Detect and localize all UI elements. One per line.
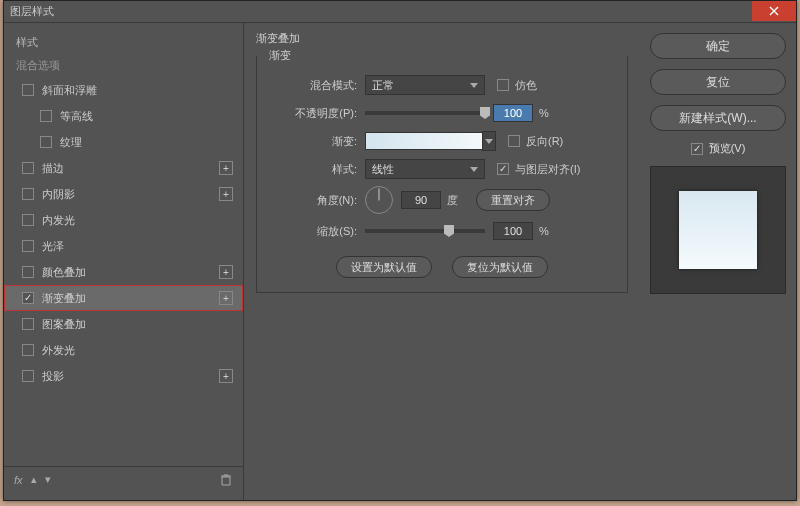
new-style-button[interactable]: 新建样式(W)... <box>650 105 786 131</box>
sidebar-heading: 样式 <box>4 31 243 54</box>
gradient-group: 渐变 混合模式: 正常 仿色 不透明度(P): % 渐变: <box>256 56 628 293</box>
checkbox-icon[interactable] <box>22 344 34 356</box>
angle-dial[interactable] <box>365 186 393 214</box>
style-item-5[interactable]: 内发光 <box>4 207 243 233</box>
arrow-up-icon[interactable]: ▴ <box>31 473 37 486</box>
gradient-swatch[interactable] <box>365 132 483 150</box>
cancel-button[interactable]: 复位 <box>650 69 786 95</box>
plus-icon[interactable]: + <box>219 291 233 305</box>
close-icon <box>769 6 779 16</box>
style-item-label: 颜色叠加 <box>42 265 86 280</box>
style-item-label: 渐变叠加 <box>42 291 86 306</box>
group-title: 渐变 <box>265 48 295 63</box>
slider-thumb[interactable] <box>444 225 454 237</box>
style-item-0[interactable]: 斜面和浮雕 <box>4 77 243 103</box>
scale-input[interactable] <box>493 222 533 240</box>
slider-thumb[interactable] <box>480 107 490 119</box>
sidebar: 样式 混合选项 斜面和浮雕等高线纹理描边+内阴影+内发光光泽颜色叠加+渐变叠加+… <box>4 23 244 500</box>
titlebar: 图层样式 <box>4 1 796 23</box>
align-layer-checkbox[interactable]: 与图层对齐(I) <box>497 162 580 177</box>
blend-mode-label: 混合模式: <box>273 78 365 93</box>
scale-label: 缩放(S): <box>273 224 365 239</box>
style-item-8[interactable]: 渐变叠加+ <box>4 285 243 311</box>
style-item-label: 图案叠加 <box>42 317 86 332</box>
plus-icon[interactable]: + <box>219 161 233 175</box>
main-panel: 渐变叠加 渐变 混合模式: 正常 仿色 不透明度(P): % <box>244 23 640 500</box>
checkbox-icon[interactable] <box>22 266 34 278</box>
window-title: 图层样式 <box>10 4 54 19</box>
style-item-label: 等高线 <box>60 109 93 124</box>
opacity-label: 不透明度(P): <box>273 106 365 121</box>
close-button[interactable] <box>752 1 796 21</box>
checkbox-icon[interactable] <box>40 110 52 122</box>
preview-checkbox[interactable]: 预览(V) <box>691 141 746 156</box>
plus-icon[interactable]: + <box>219 369 233 383</box>
angle-label: 角度(N): <box>273 193 365 208</box>
style-item-2[interactable]: 纹理 <box>4 129 243 155</box>
checkbox-icon[interactable] <box>40 136 52 148</box>
checkbox-icon <box>497 163 509 175</box>
gradient-label: 渐变: <box>273 134 365 149</box>
preview-swatch <box>679 191 757 269</box>
style-label: 样式: <box>273 162 365 177</box>
checkbox-icon[interactable] <box>22 214 34 226</box>
gradient-dropdown[interactable] <box>482 131 496 151</box>
style-item-label: 纹理 <box>60 135 82 150</box>
dither-checkbox[interactable]: 仿色 <box>497 78 537 93</box>
style-item-10[interactable]: 外发光 <box>4 337 243 363</box>
checkbox-icon[interactable] <box>22 188 34 200</box>
opacity-input[interactable] <box>493 104 533 122</box>
style-item-label: 内发光 <box>42 213 75 228</box>
right-column: 确定 复位 新建样式(W)... 预览(V) <box>640 23 796 500</box>
style-item-7[interactable]: 颜色叠加+ <box>4 259 243 285</box>
scale-slider[interactable] <box>365 229 485 233</box>
style-item-11[interactable]: 投影+ <box>4 363 243 389</box>
angle-unit: 度 <box>447 193 458 208</box>
layer-style-dialog: 图层样式 样式 混合选项 斜面和浮雕等高线纹理描边+内阴影+内发光光泽颜色叠加+… <box>3 0 797 501</box>
preview-box <box>650 166 786 294</box>
style-item-label: 内阴影 <box>42 187 75 202</box>
checkbox-icon[interactable] <box>22 318 34 330</box>
style-select[interactable]: 线性 <box>365 159 485 179</box>
reset-align-button[interactable]: 重置对齐 <box>476 189 550 211</box>
style-item-1[interactable]: 等高线 <box>4 103 243 129</box>
checkbox-icon[interactable] <box>22 370 34 382</box>
style-item-label: 外发光 <box>42 343 75 358</box>
style-item-4[interactable]: 内阴影+ <box>4 181 243 207</box>
sidebar-sub-heading[interactable]: 混合选项 <box>4 54 243 77</box>
style-item-label: 斜面和浮雕 <box>42 83 97 98</box>
checkbox-icon <box>497 79 509 91</box>
style-item-3[interactable]: 描边+ <box>4 155 243 181</box>
plus-icon[interactable]: + <box>219 187 233 201</box>
checkbox-icon <box>508 135 520 147</box>
angle-input[interactable] <box>401 191 441 209</box>
checkbox-icon[interactable] <box>22 162 34 174</box>
checkbox-icon <box>691 143 703 155</box>
checkbox-icon[interactable] <box>22 292 34 304</box>
plus-icon[interactable]: + <box>219 265 233 279</box>
set-default-button[interactable]: 设置为默认值 <box>336 256 432 278</box>
arrow-down-icon[interactable]: ▾ <box>45 473 51 486</box>
sidebar-footer: fx ▴ ▾ <box>4 466 243 492</box>
main-title: 渐变叠加 <box>256 31 628 46</box>
dialog-body: 样式 混合选项 斜面和浮雕等高线纹理描边+内阴影+内发光光泽颜色叠加+渐变叠加+… <box>4 23 796 500</box>
style-item-label: 光泽 <box>42 239 64 254</box>
checkbox-icon[interactable] <box>22 84 34 96</box>
checkbox-icon[interactable] <box>22 240 34 252</box>
ok-button[interactable]: 确定 <box>650 33 786 59</box>
reset-default-button[interactable]: 复位为默认值 <box>452 256 548 278</box>
fx-menu[interactable]: fx <box>14 474 23 486</box>
style-item-9[interactable]: 图案叠加 <box>4 311 243 337</box>
style-item-label: 描边 <box>42 161 64 176</box>
opacity-slider[interactable] <box>365 111 485 115</box>
blend-mode-select[interactable]: 正常 <box>365 75 485 95</box>
style-list: 斜面和浮雕等高线纹理描边+内阴影+内发光光泽颜色叠加+渐变叠加+图案叠加外发光投… <box>4 77 243 466</box>
style-item-label: 投影 <box>42 369 64 384</box>
reverse-checkbox[interactable]: 反向(R) <box>508 134 563 149</box>
scale-unit: % <box>539 225 549 237</box>
trash-icon[interactable] <box>219 473 233 487</box>
opacity-unit: % <box>539 107 549 119</box>
style-item-6[interactable]: 光泽 <box>4 233 243 259</box>
